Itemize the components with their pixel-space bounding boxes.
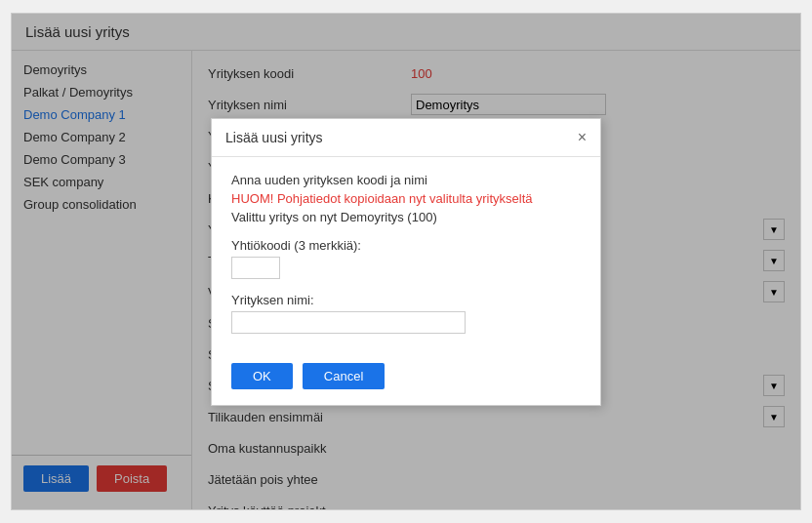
modal-field-code: Yhtiökoodi (3 merkkiä): bbox=[231, 238, 581, 279]
modal-info-line1: Anna uuden yrityksen koodi ja nimi bbox=[231, 173, 581, 187]
name-label: Yrityksen nimi: bbox=[231, 293, 581, 307]
modal-overlay: Lisää uusi yritys × Anna uuden yrityksen… bbox=[12, 14, 800, 509]
modal-close-button[interactable]: × bbox=[578, 129, 587, 146]
modal-title: Lisää uusi yritys bbox=[225, 130, 323, 145]
code-label: Yhtiökoodi (3 merkkiä): bbox=[231, 238, 581, 253]
cancel-button[interactable]: Cancel bbox=[303, 363, 385, 389]
main-window: Lisää uusi yritys Demoyritys Palkat / De… bbox=[11, 13, 801, 510]
modal-info-line3: Valittu yritys on nyt Demoyritys (100) bbox=[231, 210, 581, 224]
modal-dialog: Lisää uusi yritys × Anna uuden yrityksen… bbox=[211, 118, 601, 406]
code-input[interactable] bbox=[231, 257, 280, 279]
modal-header: Lisää uusi yritys × bbox=[212, 119, 600, 157]
ok-button[interactable]: OK bbox=[231, 363, 293, 389]
modal-info-line2: HUOM! Pohjatiedot kopioidaan nyt valitul… bbox=[231, 191, 581, 206]
modal-info: Anna uuden yrityksen koodi ja nimi HUOM!… bbox=[231, 173, 581, 224]
company-name-input[interactable] bbox=[231, 311, 466, 334]
modal-field-name: Yrityksen nimi: bbox=[231, 293, 581, 334]
modal-footer: OK Cancel bbox=[212, 363, 600, 405]
modal-body: Anna uuden yrityksen koodi ja nimi HUOM!… bbox=[212, 157, 600, 363]
